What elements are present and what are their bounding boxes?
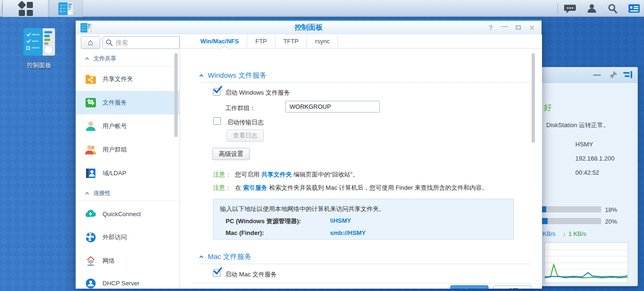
tab-tftp[interactable]: TFTP [275, 34, 307, 48]
section-title: Windows 文件服务 [208, 71, 267, 80]
note-indexing: 注意：在 索引服务 检索文件夹并装载到 Mac 计算机后，您可使用 Finder… [213, 184, 488, 192]
sidebar-item-network[interactable]: 网络 [76, 249, 180, 273]
network-icon [85, 255, 96, 267]
tab-rsync[interactable]: rsync [307, 34, 338, 48]
sidebar-item-label: 网络 [102, 257, 115, 265]
sidebar-item-shared-folder[interactable]: 共享文件夹 [76, 67, 180, 91]
workgroup-label: 工作群组： [225, 104, 256, 113]
view-log-button[interactable]: 查看日志 [227, 129, 264, 142]
sidebar-item-domain-ldap[interactable]: 域/LDAP [76, 162, 180, 185]
divider [200, 264, 530, 264]
desktop-icon-control-panel[interactable]: 控制面板 [10, 28, 68, 70]
content-scrollbar[interactable] [532, 53, 535, 143]
user-account-icon [85, 121, 96, 132]
sidebar-section-connectivity[interactable]: 连接性 [76, 186, 180, 201]
enable-mac-service-label: 启动 Mac 文件服务 [225, 270, 277, 279]
maximize-button[interactable] [516, 25, 521, 30]
search-icon[interactable] [607, 3, 618, 14]
search-icon [106, 39, 113, 46]
help-button[interactable]: ? [488, 24, 493, 31]
windows-file-service-header[interactable]: Windows 文件服务 [200, 71, 267, 80]
access-box-intro: 输入以下地址以使用本地网络中的计算机来访问共享文件夹。 [220, 205, 385, 213]
enable-mac-service-checkbox[interactable] [213, 269, 220, 277]
sidebar-item-file-services[interactable]: 文件服务 [76, 91, 180, 114]
cpu-usage-value: 18% [605, 206, 617, 213]
sidebar-item-external-access[interactable]: 外部访问 [76, 226, 180, 249]
top-taskbar [0, 0, 644, 17]
sidebar-item-quickconnect[interactable]: QuickConnect [76, 202, 180, 226]
tab-label: Win/Mac/NFS [200, 38, 239, 45]
window-titlebar[interactable]: 控制面板 ? — ✕ [76, 21, 542, 34]
ram-usage-bar [534, 218, 601, 224]
widget-uptime: 00:42:52 [575, 169, 599, 176]
sidebar-item-label: QuickConnect [102, 210, 141, 218]
mac-file-service-header[interactable]: Mac 文件服务 [200, 252, 251, 261]
sidebar-item-user-accounts[interactable]: 用户帐号 [76, 114, 180, 138]
sidebar: ⌂ 文件共享 共享文件夹 文件服 [76, 34, 180, 289]
download-arrow-icon: ↓ [563, 230, 566, 237]
dhcp-server-icon [85, 277, 96, 289]
sidebar-item-user-groups[interactable]: 用户群组 [76, 138, 180, 162]
sidebar-item-dhcp-server[interactable]: DHCP Server [76, 273, 180, 289]
dock-right-icon[interactable] [623, 71, 633, 79]
sidebar-scrollbar[interactable] [174, 53, 178, 137]
search-box[interactable] [102, 36, 180, 49]
transfer-log-checkbox[interactable] [213, 117, 221, 125]
quickconnect-icon [85, 208, 96, 219]
ram-usage-value: 20% [605, 218, 617, 225]
home-button[interactable]: ⌂ [81, 36, 100, 49]
sidebar-section-file-sharing[interactable]: 文件共享 [76, 51, 180, 66]
user-groups-icon [85, 144, 96, 155]
tab-win-mac-nfs[interactable]: Win/Mac/NFS [192, 34, 247, 48]
widget-minimize-icon[interactable] [593, 74, 601, 76]
widget-greeting: 好 [544, 102, 552, 113]
user-icon[interactable] [587, 3, 597, 14]
mac-access-value: smb://HSMY [330, 229, 366, 236]
main-menu-button[interactable] [2, 0, 48, 17]
indexing-service-link[interactable]: 索引服务 [243, 184, 267, 191]
note-text: 检索文件夹并装载到 Mac 计算机后，您可使用 Finder 来查找所含的文件和… [267, 184, 488, 191]
sidebar-item-label: DHCP Server [102, 280, 140, 287]
search-input[interactable] [116, 39, 167, 46]
shared-folder-link[interactable]: 共享文件夹 [261, 171, 292, 178]
home-icon: ⌂ [88, 38, 93, 48]
footer-divider [192, 283, 532, 283]
chat-icon[interactable] [564, 3, 576, 14]
note-prefix: 注意： [213, 171, 231, 178]
shared-folder-icon [85, 73, 96, 85]
note-recycle-bin: 注意：您可启用 共享文件夹 编辑页面中的“回收站”。 [213, 170, 359, 179]
workgroup-input[interactable] [285, 101, 380, 113]
close-button[interactable]: ✕ [529, 24, 535, 31]
file-services-icon [85, 97, 96, 108]
download-speed: 1 KB/s [568, 230, 586, 237]
network-sparkline-chart [544, 242, 628, 283]
note-text: 在 [235, 184, 243, 191]
transfer-log-label: 启动传输日志 [227, 118, 264, 127]
note-text: 编辑页面中的“回收站”。 [292, 171, 359, 178]
control-panel-icon [23, 28, 55, 56]
section-label: 文件共享 [94, 55, 116, 63]
note-prefix: 注意： [213, 184, 231, 191]
control-panel-window: 控制面板 ? — ✕ ⌂ 文件共享 共享文件夹 [75, 19, 542, 288]
apply-button[interactable]: 应用 [450, 285, 488, 289]
upload-speed: KB/s [542, 230, 555, 237]
pc-access-label: PC (Windows 资源管理器): [226, 217, 301, 226]
widgets-icon[interactable] [628, 4, 640, 13]
section-title: Mac 文件服务 [208, 252, 251, 261]
external-access-icon [85, 232, 96, 243]
reset-button[interactable]: 重置 [493, 285, 532, 289]
minimize-button[interactable]: — [501, 23, 508, 30]
desktop-icon-label: 控制面板 [10, 61, 68, 70]
note-text: 您可启用 [235, 171, 261, 178]
advanced-settings-button[interactable]: 高级设置 [212, 148, 250, 160]
chevron-up-icon [199, 74, 203, 78]
taskbar-control-panel-button[interactable] [49, 0, 83, 17]
enable-windows-service-checkbox[interactable] [213, 88, 220, 96]
pin-icon[interactable] [609, 71, 618, 80]
sidebar-item-label: 用户帐号 [102, 122, 127, 130]
chevron-up-icon [85, 57, 89, 61]
sidebar-item-label: 共享文件夹 [102, 75, 133, 83]
mac-access-label: Mac (Finder): [226, 229, 264, 236]
tab-ftp[interactable]: FTP [247, 34, 275, 48]
apps-grid-icon [17, 0, 33, 16]
